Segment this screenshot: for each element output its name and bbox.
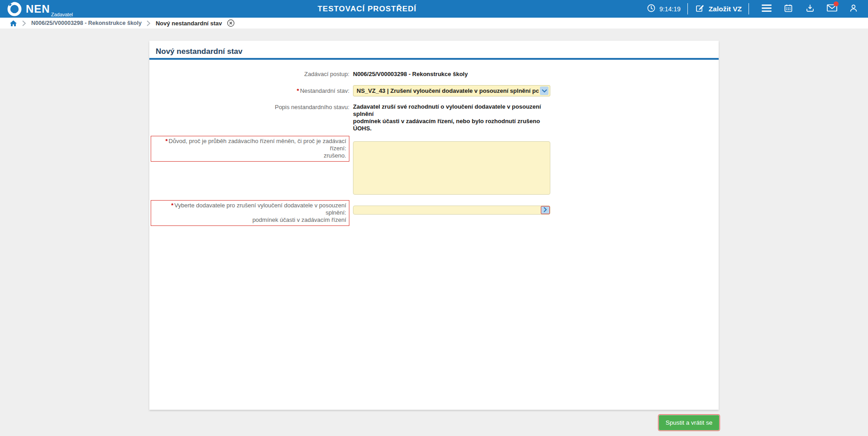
user-profile-button[interactable] bbox=[843, 4, 864, 14]
dodavatele-input[interactable] bbox=[353, 206, 541, 214]
chevron-right-icon bbox=[544, 207, 547, 214]
notification-dot bbox=[834, 1, 839, 6]
nonstandard-state-form: Zadávací postup: N006/25/V00003298 - Rek… bbox=[149, 70, 719, 226]
user-icon bbox=[849, 4, 858, 14]
required-asterisk: * bbox=[166, 138, 168, 144]
dodavatele-label: *Vyberte dodavatele pro zrušení vyloučen… bbox=[149, 200, 349, 226]
nestandardni-stav-label: *Nestandardní stav: bbox=[149, 85, 349, 95]
brand-role: Zadavatel bbox=[51, 12, 73, 17]
field-row-popis: Popis nestandardního stavu: Zadavatel zr… bbox=[149, 103, 719, 132]
popis-value-line2: podmínek účasti v zadávacím řízení, nebo… bbox=[353, 118, 550, 132]
duvod-required-label-box: *Důvod, proč je průběh zadávacího řízení… bbox=[151, 136, 349, 162]
run-and-return-button[interactable]: Spustit a vrátit se bbox=[659, 415, 719, 430]
required-asterisk: * bbox=[297, 87, 299, 94]
nen-swirl-icon bbox=[6, 1, 23, 17]
top-header-bar: NEN Zadavatel TESTOVACÍ PROSTŘEDÍ 9:14:1… bbox=[0, 0, 868, 18]
main-content: Nový nestandardní stav Zadávací postup: … bbox=[0, 29, 868, 436]
brand-name: NEN bbox=[26, 3, 50, 15]
zadavaci-postup-value: N006/25/V00003298 - Rekonstrukce školy bbox=[353, 70, 550, 78]
breadcrumb-item-current[interactable]: Nový nestandardní stav bbox=[156, 20, 222, 27]
form-panel: Nový nestandardní stav Zadávací postup: … bbox=[149, 41, 719, 410]
field-row-zadavaci-postup: Zadávací postup: N006/25/V00003298 - Rek… bbox=[149, 70, 719, 78]
popis-label: Popis nestandardního stavu: bbox=[149, 103, 349, 111]
create-vz-button[interactable]: Založit VZ bbox=[695, 3, 742, 15]
field-row-nestandardni-stav: *Nestandardní stav: NS_VZ_43 | Zrušení v… bbox=[149, 85, 719, 96]
edit-icon bbox=[695, 3, 705, 15]
chevron-right-icon bbox=[22, 20, 26, 26]
field-row-dodavatele: *Vyberte dodavatele pro zrušení vyloučen… bbox=[149, 200, 719, 226]
dodavatele-picker-button[interactable] bbox=[541, 206, 550, 214]
separator bbox=[749, 3, 749, 14]
environment-title: TESTOVACÍ PROSTŘEDÍ bbox=[318, 5, 417, 14]
clock-icon bbox=[647, 4, 656, 14]
chevron-right-icon bbox=[147, 20, 151, 26]
server-clock: 9:14:19 bbox=[647, 4, 681, 14]
menu-icon bbox=[762, 4, 772, 14]
nen-logo[interactable]: NEN Zadavatel bbox=[6, 1, 73, 17]
nestandardni-stav-selected-value: NS_VZ_43 | Zrušení vyloučení dodavatele … bbox=[357, 87, 539, 94]
messages-button[interactable] bbox=[821, 4, 843, 14]
popis-value-line1: Zadavatel zruší své rozhodnutí o vylouče… bbox=[353, 103, 550, 118]
clock-time: 9:14:19 bbox=[659, 5, 681, 13]
title-underline bbox=[149, 58, 719, 60]
separator bbox=[687, 3, 688, 14]
screen: NEN Zadavatel TESTOVACÍ PROSTŘEDÍ 9:14:1… bbox=[0, 0, 868, 436]
calendar-icon bbox=[784, 4, 793, 14]
close-tab-icon[interactable] bbox=[227, 19, 235, 27]
chevron-down-icon bbox=[542, 87, 547, 94]
home-icon[interactable] bbox=[10, 20, 17, 27]
nestandardni-stav-select[interactable]: NS_VZ_43 | Zrušení vyloučení dodavatele … bbox=[353, 85, 550, 96]
zadavaci-postup-label: Zadávací postup: bbox=[149, 70, 349, 78]
inbox-download-icon bbox=[806, 4, 815, 14]
calendar-button[interactable] bbox=[777, 4, 799, 14]
duvod-textarea[interactable] bbox=[353, 141, 550, 195]
dodavatele-required-label-box: *Vyberte dodavatele pro zrušení vyloučen… bbox=[151, 200, 349, 226]
breadcrumb: N006/25/V00003298 - Rekonstrukce školy N… bbox=[0, 18, 868, 29]
breadcrumb-item-procedure[interactable]: N006/25/V00003298 - Rekonstrukce školy bbox=[31, 20, 142, 26]
dodavatele-lookup-field[interactable] bbox=[353, 206, 550, 215]
page-title: Nový nestandardní stav bbox=[149, 41, 719, 56]
create-vz-label: Založit VZ bbox=[709, 5, 742, 13]
inbox-download-button[interactable] bbox=[799, 4, 821, 14]
field-row-duvod: *Důvod, proč je průběh zadávacího řízení… bbox=[149, 136, 719, 195]
required-asterisk: * bbox=[171, 202, 173, 209]
duvod-label: *Důvod, proč je průběh zadávacího řízení… bbox=[149, 136, 349, 162]
dropdown-toggle-button[interactable] bbox=[540, 86, 548, 95]
menu-button[interactable] bbox=[756, 4, 777, 14]
